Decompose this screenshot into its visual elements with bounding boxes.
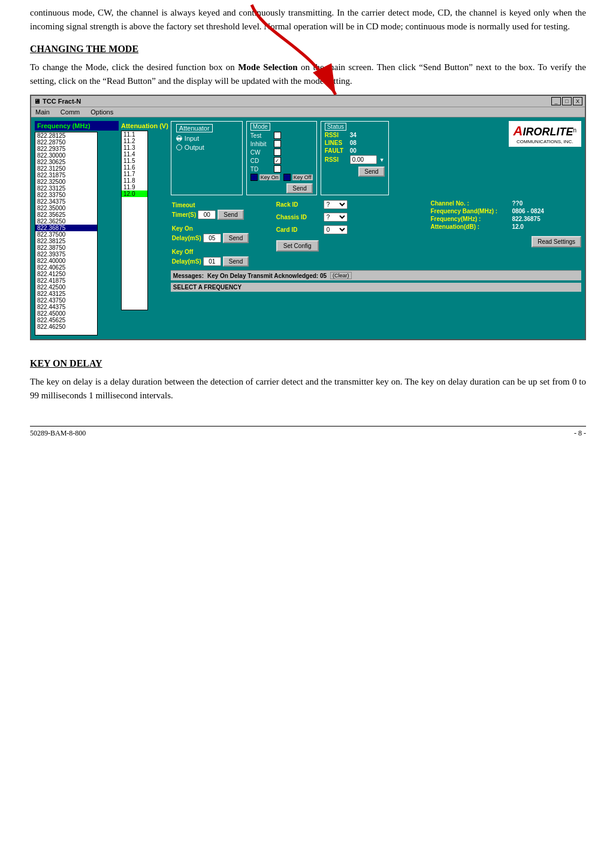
frequency-item[interactable]: 822.30625 bbox=[35, 159, 97, 165]
frequency-item[interactable]: 822.39375 bbox=[35, 251, 97, 258]
frequency-item[interactable]: 822.29375 bbox=[35, 146, 97, 152]
frequency-item[interactable]: 822.41875 bbox=[35, 277, 97, 284]
frequency-item[interactable]: 822.31875 bbox=[35, 172, 97, 179]
clear-button[interactable]: (Clear) bbox=[330, 272, 352, 279]
frequency-item[interactable]: 822.40000 bbox=[35, 258, 97, 264]
mode-item-checkbox[interactable] bbox=[274, 149, 281, 156]
key-on-delay-box: Key On Delay(mS) Send bbox=[171, 223, 273, 244]
frequency-item[interactable]: 822.32500 bbox=[35, 179, 97, 185]
frequency-item[interactable]: 822.28125 bbox=[35, 132, 97, 139]
rssi-dropdown-icon[interactable]: ▼ bbox=[379, 157, 385, 163]
frequency-item[interactable]: 822.43750 bbox=[35, 297, 97, 304]
key-off-delay-input[interactable] bbox=[203, 257, 221, 266]
attenuation-header: Attenuation (V) bbox=[121, 121, 168, 131]
frequency-item[interactable]: 822.40625 bbox=[35, 264, 97, 271]
attenuation-list[interactable]: 11.111.211.311.411.511.611.711.811.912.0 bbox=[121, 131, 148, 310]
minimize-button[interactable]: _ bbox=[551, 97, 561, 105]
key-off-label: Key Off bbox=[292, 174, 313, 180]
info-item-row: Attenuation(dB) :12.0 bbox=[430, 223, 581, 230]
mode-send-button[interactable]: Send bbox=[286, 183, 312, 193]
attenuation-item[interactable]: 11.9 bbox=[122, 184, 147, 190]
attenuation-item[interactable]: 11.2 bbox=[122, 138, 147, 144]
timeout-send-button[interactable]: Send bbox=[218, 210, 243, 220]
mode-box: Mode TestInhibitCWCD✓TD Key On bbox=[246, 121, 317, 195]
section2-heading: KEY ON DELAY bbox=[30, 358, 586, 369]
mode-item-checkbox[interactable]: ✓ bbox=[274, 157, 281, 164]
attenuation-item[interactable]: 11.3 bbox=[122, 144, 147, 151]
rack-id-select[interactable]: ? bbox=[324, 200, 348, 209]
key-on-delay-send-button[interactable]: Send bbox=[223, 233, 249, 243]
info-item-row: Channel No. :??0 bbox=[430, 200, 581, 207]
info-item-value: ??0 bbox=[512, 200, 523, 207]
frequency-item[interactable]: 822.42500 bbox=[35, 284, 97, 291]
status-item-value: 00 bbox=[350, 147, 357, 154]
logo-box: AIRORLITEn COMMUNICATIONS, INC. bbox=[392, 121, 581, 195]
attenuation-item[interactable]: 11.6 bbox=[122, 164, 147, 171]
input-radio[interactable] bbox=[176, 135, 182, 141]
rssi-input[interactable] bbox=[350, 155, 377, 164]
logo: AIRORLITEn COMMUNICATIONS, INC. bbox=[509, 121, 581, 147]
status-send-container: Send bbox=[325, 165, 385, 177]
key-rows: Key On Key Off bbox=[250, 174, 313, 182]
frequency-item[interactable]: 822.30000 bbox=[35, 152, 97, 159]
frequency-item[interactable]: 822.35625 bbox=[35, 211, 97, 218]
attenuation-item[interactable]: 11.5 bbox=[122, 158, 147, 164]
frequency-item[interactable]: 822.38125 bbox=[35, 238, 97, 244]
frequency-item[interactable]: 822.33125 bbox=[35, 185, 97, 192]
maximize-button[interactable]: □ bbox=[562, 97, 572, 105]
frequency-item[interactable]: 822.31250 bbox=[35, 165, 97, 172]
attenuation-item[interactable]: 11.7 bbox=[122, 171, 147, 177]
rack-id-label: Rack ID bbox=[276, 201, 321, 208]
frequency-item[interactable]: 822.45625 bbox=[35, 317, 97, 323]
mode-item-label: Inhibit bbox=[250, 141, 271, 147]
chassis-id-select[interactable]: ? bbox=[324, 213, 348, 222]
menu-bar: Main Comm Options bbox=[31, 107, 585, 117]
key-on-label: Key On bbox=[259, 174, 280, 180]
frequency-item[interactable]: 822.28750 bbox=[35, 139, 97, 146]
frequency-item[interactable]: 822.34375 bbox=[35, 198, 97, 205]
mode-item-checkbox[interactable] bbox=[274, 165, 281, 173]
attenuation-item[interactable]: 11.1 bbox=[122, 131, 147, 138]
key-on-delay-input[interactable] bbox=[203, 234, 221, 243]
key-on-delay-label: Key On bbox=[172, 225, 193, 232]
attenuation-item[interactable]: 11.8 bbox=[122, 177, 147, 184]
close-button[interactable]: X bbox=[573, 97, 582, 105]
bottom-section: KEY ON DELAY The key on delay is a delay… bbox=[30, 358, 586, 402]
status-send-button[interactable]: Send bbox=[358, 167, 384, 177]
menu-comm[interactable]: Comm bbox=[59, 108, 81, 116]
frequency-item[interactable]: 822.33750 bbox=[35, 192, 97, 198]
menu-main[interactable]: Main bbox=[34, 108, 52, 116]
key-off-delay-send-button[interactable]: Send bbox=[223, 256, 249, 267]
frequency-item[interactable]: 822.43125 bbox=[35, 291, 97, 297]
frequency-list[interactable]: 822.28125822.28750822.29375822.30000822.… bbox=[35, 132, 98, 335]
timeout-input[interactable] bbox=[198, 210, 216, 219]
key-on-indicator bbox=[250, 174, 258, 181]
attenuation-item[interactable]: 11.4 bbox=[122, 151, 147, 158]
key-off-delay-sub: Delay(mS) bbox=[172, 258, 201, 265]
mode-item-row: CD✓ bbox=[250, 157, 313, 164]
frequency-item[interactable]: 822.36875 bbox=[35, 225, 97, 231]
mode-item-checkbox[interactable] bbox=[274, 132, 281, 139]
set-config-button[interactable]: Set Config bbox=[276, 240, 319, 252]
frequency-item[interactable]: 822.46250 bbox=[35, 323, 97, 330]
info-item-label: Frequency Band(MHz) : bbox=[430, 208, 508, 214]
menu-options[interactable]: Options bbox=[89, 108, 115, 116]
frequency-item[interactable]: 822.41250 bbox=[35, 271, 97, 277]
card-id-select[interactable]: 0 bbox=[324, 225, 348, 234]
attenuation-item[interactable]: 12.0 bbox=[122, 190, 147, 197]
output-radio[interactable] bbox=[176, 144, 182, 150]
status-item-row: FAULT00 bbox=[325, 147, 385, 154]
footer: 50289-BAM-8-800 - 8 - bbox=[30, 426, 586, 438]
read-settings-button[interactable]: Read Settings bbox=[532, 236, 581, 247]
logo-n: n bbox=[573, 127, 576, 134]
left-config: Timeout Timer(S) Send Key On Delay(mS) S… bbox=[171, 200, 273, 268]
top-paragraph: continuous mode, CW, the channel is alwa… bbox=[30, 6, 586, 33]
frequency-item[interactable]: 822.45000 bbox=[35, 310, 97, 317]
frequency-item[interactable]: 822.35000 bbox=[35, 205, 97, 211]
frequency-item[interactable]: 822.38750 bbox=[35, 244, 97, 251]
frequency-item[interactable]: 822.36250 bbox=[35, 218, 97, 225]
status-item-row: LINES08 bbox=[325, 140, 385, 146]
mode-item-checkbox[interactable] bbox=[274, 140, 281, 147]
frequency-item[interactable]: 822.37500 bbox=[35, 231, 97, 238]
frequency-item[interactable]: 822.44375 bbox=[35, 304, 97, 310]
